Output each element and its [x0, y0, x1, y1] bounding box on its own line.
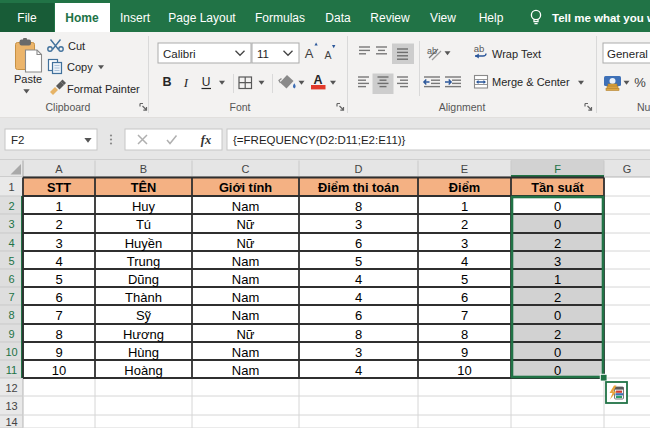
svg-text:0: 0	[554, 199, 561, 214]
svg-text:Huy: Huy	[132, 199, 156, 214]
svg-text:3: 3	[355, 345, 362, 360]
svg-text:Nam: Nam	[232, 308, 259, 323]
svg-text:E: E	[461, 163, 468, 175]
svg-text:Nu: Nu	[637, 101, 650, 113]
svg-text:Copy: Copy	[67, 61, 93, 73]
svg-text:A: A	[305, 46, 314, 61]
svg-text:U: U	[202, 75, 211, 89]
svg-text:Wrap Text: Wrap Text	[492, 48, 541, 60]
svg-text:I: I	[183, 75, 189, 90]
svg-text:Sỹ: Sỹ	[136, 308, 152, 323]
svg-text:Nữ: Nữ	[236, 327, 254, 342]
svg-text:0: 0	[554, 345, 561, 360]
svg-text:Nam: Nam	[232, 199, 259, 214]
svg-text:13: 13	[5, 400, 17, 412]
svg-text:G: G	[623, 163, 632, 175]
svg-text:2: 2	[8, 200, 14, 212]
svg-text:Nam: Nam	[232, 345, 259, 360]
svg-text:Font: Font	[229, 101, 250, 113]
svg-text:9: 9	[461, 345, 468, 360]
svg-text:Hùng: Hùng	[128, 345, 159, 360]
svg-text:Page Layout: Page Layout	[168, 11, 236, 25]
svg-text:B: B	[140, 163, 147, 175]
svg-text:1: 1	[55, 199, 62, 214]
svg-text:0: 0	[554, 363, 561, 378]
svg-text:5: 5	[461, 272, 468, 287]
svg-text:Giới tính: Giới tính	[219, 180, 272, 195]
svg-text:4: 4	[461, 254, 468, 269]
svg-text:Calibri: Calibri	[163, 48, 196, 60]
svg-text:Tú: Tú	[136, 217, 151, 232]
svg-text:10: 10	[52, 363, 66, 378]
svg-text:Nam: Nam	[232, 363, 259, 378]
svg-text:6: 6	[55, 290, 62, 305]
svg-text:TÊN: TÊN	[131, 180, 157, 195]
svg-text:8: 8	[8, 309, 14, 321]
svg-text:Nam: Nam	[232, 254, 259, 269]
svg-text:3: 3	[461, 236, 468, 251]
svg-text:ab: ab	[474, 43, 485, 54]
svg-text:Formulas: Formulas	[255, 11, 305, 25]
svg-text:Tần suất: Tần suất	[531, 180, 584, 195]
svg-text:Hương: Hương	[123, 327, 164, 342]
svg-text:fx: fx	[201, 133, 211, 147]
svg-text:2: 2	[55, 217, 62, 232]
svg-text:Điểm thi toán: Điểm thi toán	[318, 180, 399, 195]
svg-text:7: 7	[461, 308, 468, 323]
svg-text:11: 11	[6, 364, 17, 376]
svg-text:A: A	[55, 163, 63, 175]
svg-text:Nam: Nam	[232, 272, 259, 287]
svg-text:Home: Home	[65, 11, 99, 25]
svg-text:General: General	[607, 48, 648, 60]
svg-text:3: 3	[554, 254, 561, 269]
svg-text:8: 8	[461, 327, 468, 342]
svg-text:ab: ab	[427, 46, 437, 56]
svg-text:Alignment: Alignment	[439, 101, 486, 113]
svg-text:1: 1	[8, 181, 14, 193]
svg-text:Dũng: Dũng	[128, 272, 159, 287]
svg-text:6: 6	[355, 236, 362, 251]
svg-text:Cut: Cut	[68, 40, 85, 52]
svg-text:14: 14	[5, 416, 17, 428]
svg-text:Tell me what you wa: Tell me what you wa	[552, 12, 650, 24]
svg-text:Huyền: Huyền	[125, 236, 163, 251]
svg-text:1: 1	[461, 199, 468, 214]
svg-text:4: 4	[355, 363, 362, 378]
svg-text:%: %	[634, 75, 646, 90]
svg-text:Trung: Trung	[127, 254, 160, 269]
svg-text:{=FREQUENCY(D2:D11;E2:E11)}: {=FREQUENCY(D2:D11;E2:E11)}	[233, 134, 406, 146]
svg-text:STT: STT	[47, 180, 71, 195]
svg-text:B: B	[162, 75, 171, 89]
svg-text:3: 3	[55, 236, 62, 251]
svg-text:10: 10	[457, 363, 471, 378]
svg-text:Format Painter: Format Painter	[67, 83, 140, 95]
svg-text:Nữ: Nữ	[236, 217, 254, 232]
svg-text:6: 6	[355, 308, 362, 323]
svg-text:12: 12	[5, 382, 17, 394]
svg-text:Data: Data	[325, 11, 351, 25]
svg-text:Hoàng: Hoàng	[124, 363, 162, 378]
svg-text:4: 4	[8, 237, 14, 249]
svg-text:F: F	[554, 163, 561, 175]
svg-text:C: C	[242, 163, 250, 175]
svg-text:4: 4	[55, 254, 62, 269]
svg-text:Điểm: Điểm	[449, 180, 480, 195]
svg-text:Paste: Paste	[14, 73, 42, 85]
svg-text:7: 7	[55, 308, 62, 323]
svg-text:Review: Review	[370, 11, 410, 25]
svg-text:8: 8	[55, 327, 62, 342]
svg-text:A: A	[324, 49, 331, 61]
svg-text:2: 2	[554, 236, 561, 251]
svg-text:Help: Help	[479, 11, 504, 25]
svg-text:8: 8	[355, 327, 362, 342]
svg-text:7: 7	[8, 291, 14, 303]
svg-text:Thành: Thành	[125, 290, 162, 305]
svg-text:5: 5	[8, 255, 14, 267]
svg-text:3: 3	[8, 218, 14, 230]
svg-text:2: 2	[461, 217, 468, 232]
svg-text:0: 0	[554, 308, 561, 323]
svg-text:6: 6	[461, 290, 468, 305]
svg-text:Nam: Nam	[232, 290, 259, 305]
svg-text:A: A	[313, 73, 322, 87]
svg-text:9: 9	[8, 328, 14, 340]
